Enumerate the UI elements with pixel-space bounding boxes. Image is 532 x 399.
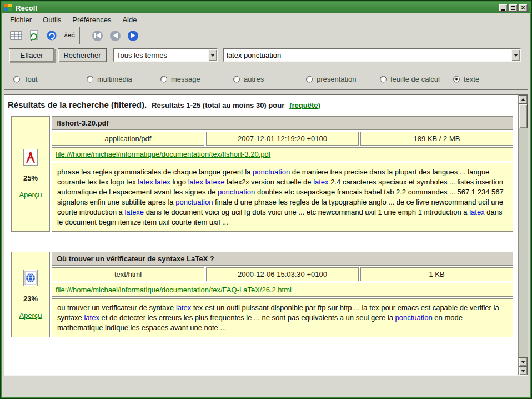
query-link[interactable]: (requête) [289, 101, 320, 109]
result-detail: flshort-3.20.pdf application/pdf 2007-12… [52, 116, 513, 232]
table-icon [10, 31, 22, 41]
result-snippet: ou trouver un verificateur de syntaxe la… [52, 298, 513, 337]
first-page-icon [92, 31, 103, 41]
scroll-up-button[interactable] [519, 95, 528, 104]
query-input[interactable] [224, 51, 511, 59]
preview-link[interactable]: Aperçu [19, 311, 42, 320]
app-window: Recoll × Fichier Outils Préférences Aide [0, 0, 532, 399]
filter-message[interactable]: message [160, 75, 200, 83]
results-summary: Résultats 1-25 (total au moins 30) pour [152, 101, 284, 109]
maximize-button[interactable] [509, 4, 518, 12]
preview-link[interactable]: Aperçu [19, 191, 42, 199]
results-header: Résultats de la recherche (filtered). Ré… [4, 95, 518, 114]
term-explorer-icon: ÂBĈ [64, 33, 75, 38]
down-triangle-icon [210, 54, 215, 57]
result-meta-row: application/pdf 2007-12-01 12:19:20 +010… [52, 132, 513, 146]
previous-page-button[interactable] [107, 28, 123, 43]
toolbar-group-navigation [87, 27, 143, 44]
down-triangle-icon [521, 361, 525, 363]
query-combo[interactable] [223, 48, 521, 62]
search-button[interactable]: Rechercher [58, 48, 107, 62]
relevance-percent: 25% [23, 174, 38, 182]
result-url-link[interactable]: file:///home/michael/informatique/docume… [56, 286, 292, 294]
scrollbar-track[interactable] [519, 128, 528, 357]
result-date: 2000-12-06 15:03:30 +0100 [206, 267, 359, 281]
result-size: 1 KB [360, 267, 513, 281]
scrollbar-thumb[interactable] [519, 104, 528, 128]
filter-presentation[interactable]: présentation [306, 75, 357, 83]
close-button[interactable]: × [519, 4, 528, 12]
window-title: Recoll [16, 4, 37, 12]
menu-outils[interactable]: Outils [41, 14, 63, 25]
result-title: Où trouver un vérificateur de syntaxe La… [52, 252, 513, 266]
result-size: 189 KB / 2 MB [360, 132, 513, 146]
relevance-percent: 23% [23, 295, 38, 303]
down-triangle-icon [521, 370, 525, 372]
table-view-button[interactable] [8, 28, 24, 43]
query-history-chevron-icon[interactable] [511, 49, 520, 61]
filter-feuille-de-calcul[interactable]: feuille de calcul [380, 75, 440, 83]
filter-autres[interactable]: autres [233, 75, 264, 83]
menu-aide[interactable]: Aide [120, 14, 139, 25]
sort-parameters-button[interactable] [44, 28, 59, 43]
html-document-icon [23, 270, 38, 286]
maximize-icon [511, 6, 515, 10]
result-title: flshort-3.20.pdf [52, 116, 513, 130]
result-url-link[interactable]: file:///home/michael/informatique/docume… [56, 150, 270, 158]
search-mode-value: Tous les termes [114, 51, 208, 59]
radio-icon[interactable] [453, 76, 460, 82]
result-detail: Où trouver un vérificateur de syntaxe La… [52, 252, 513, 337]
down-triangle-icon [514, 54, 518, 57]
result-side-panel: 23% Aperçu [11, 252, 50, 337]
next-page-icon [128, 31, 138, 41]
search-bar: Effacer Rechercher Tous les termes [2, 47, 530, 63]
filter-label: texte [464, 75, 479, 83]
results-scrollbar[interactable] [518, 95, 528, 375]
chevron-down-icon[interactable] [208, 49, 217, 61]
radio-icon[interactable] [160, 76, 167, 82]
radio-icon[interactable] [233, 76, 240, 82]
first-page-button[interactable] [89, 28, 105, 43]
result-mime: text/html [52, 267, 204, 281]
up-triangle-icon [521, 98, 525, 101]
scroll-down-button[interactable] [519, 357, 528, 366]
toolbar: ÂBĈ [2, 26, 530, 45]
radio-icon[interactable] [306, 76, 313, 82]
filter-label: message [171, 75, 200, 83]
filter-label: Tout [24, 75, 38, 83]
result-url-row: file:///home/michael/informatique/docume… [52, 147, 513, 161]
results-list: Résultats de la recherche (filtered). Ré… [4, 95, 518, 375]
search-mode-select[interactable]: Tous les termes [113, 48, 218, 62]
filetype-filter-bar: Tout multimédia message autres présentat… [4, 68, 528, 90]
filter-tout[interactable]: Tout [13, 75, 38, 83]
result-mime: application/pdf [52, 132, 204, 146]
radio-icon[interactable] [380, 76, 387, 82]
result-entry: 23% Aperçu Où trouver un vérificateur de… [11, 252, 513, 337]
menu-preferences[interactable]: Préférences [70, 14, 113, 25]
next-page-button[interactable] [125, 28, 140, 43]
result-snippet: phrase les regles grammaticales de chaqu… [52, 163, 513, 232]
filter-label: feuille de calcul [390, 75, 440, 83]
radio-icon[interactable] [87, 76, 93, 82]
title-bar[interactable]: Recoll × [2, 2, 530, 13]
minimize-button[interactable] [499, 4, 508, 12]
blue-arrow-icon [46, 30, 57, 41]
radio-icon[interactable] [13, 76, 20, 82]
filter-label: multimédia [97, 75, 132, 83]
result-entry: 25% Aperçu flshort-3.20.pdf application/… [11, 116, 513, 232]
previous-page-icon [110, 31, 121, 41]
results-pane: Résultats de la recherche (filtered). Ré… [4, 94, 528, 376]
result-side-panel: 25% Aperçu [11, 116, 50, 232]
clear-button[interactable]: Effacer [9, 48, 54, 62]
refresh-index-button[interactable] [26, 28, 42, 43]
pdf-icon [23, 149, 38, 166]
term-explorer-button[interactable]: ÂBĈ [62, 28, 77, 43]
scroll-down-button-outer[interactable] [519, 366, 528, 375]
results-title: Résultats de la recherche (filtered). [8, 100, 147, 109]
filter-label: présentation [317, 75, 357, 83]
filter-multimedia[interactable]: multimédia [87, 75, 132, 83]
toolbar-group-actions: ÂBĈ [6, 27, 80, 44]
filter-texte[interactable]: texte [453, 75, 479, 83]
menu-fichier[interactable]: Fichier [8, 14, 34, 25]
menu-bar: Fichier Outils Préférences Aide [2, 13, 530, 26]
